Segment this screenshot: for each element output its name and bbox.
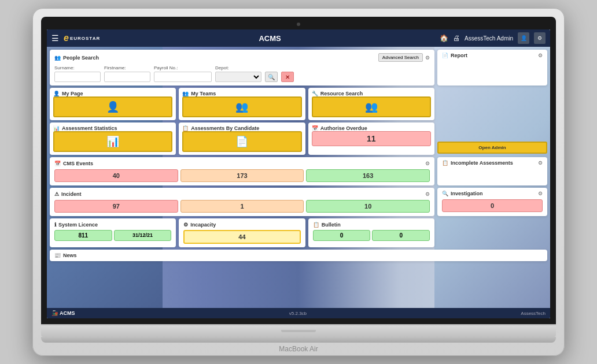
hamburger-menu[interactable]: ☰: [51, 34, 59, 43]
assessment-stats-chart-icon: 📊: [53, 125, 60, 131]
navbar: ☰ e EUROSTAR ACMS 🏠 🖨 AssessTech Admin 👤…: [47, 29, 550, 47]
resource-search-icon: 🔧: [312, 91, 318, 96]
my-teams-title: 👥 My Teams: [182, 91, 301, 96]
assessments-by-candidate-btn-icon: 📄: [235, 135, 248, 148]
bulletin-value2[interactable]: 0: [372, 230, 430, 241]
incident-gear-icon[interactable]: ⚙: [425, 191, 430, 197]
assessment-stats-card: 📊 Assessment Statistics 📊: [50, 122, 176, 155]
news-row: 📰 News: [50, 250, 547, 261]
navbar-right: 🏠 🖨 AssessTech Admin 👤 ⚙: [440, 32, 546, 44]
my-page-card: 👤 My Page 👤: [50, 88, 176, 120]
incident-stats: 97 1 10: [54, 200, 430, 213]
report-card: 📄 Report ⚙: [437, 50, 547, 86]
search-fields: Surname: Firstname: Payroll No.:: [54, 65, 430, 82]
my-teams-card: 👥 My Teams 👥: [179, 88, 305, 120]
assessments-by-candidate-icon: 📋: [182, 125, 189, 131]
my-teams-button[interactable]: 👥: [182, 96, 301, 117]
surname-label: Surname:: [54, 65, 101, 70]
system-licence-title: ℹ System Licence: [54, 222, 171, 228]
people-search-card: 👥 People Search Advanced Search ⚙ Surnam…: [50, 50, 434, 86]
app-title: ACMS: [105, 34, 435, 43]
people-search-header: 👥 People Search Advanced Search ⚙: [54, 53, 430, 62]
authorise-overdue-calendar-icon: 📅: [312, 125, 318, 131]
incident-warning-icon: ⚠: [54, 191, 59, 197]
print-icon[interactable]: 🖨: [453, 34, 460, 42]
bottom-acms-icon: 🚂: [51, 310, 58, 316]
advanced-search-button[interactable]: Advanced Search: [378, 53, 423, 62]
incident-value3[interactable]: 10: [306, 200, 430, 213]
resource-search-button[interactable]: 👥: [312, 96, 431, 117]
payroll-label: Payroll No.:: [154, 65, 212, 70]
incident-title: ⚠ Incident: [54, 191, 82, 197]
laptop-bottom: [41, 324, 556, 337]
laptop-stand: [41, 337, 556, 343]
my-teams-icon: 👥: [182, 91, 189, 96]
cms-events-value1[interactable]: 40: [54, 169, 178, 182]
logo-text: EUROSTAR: [70, 36, 100, 41]
incident-card: ⚠ Incident ⚙ 97 1: [50, 188, 434, 216]
cms-events-title: 📅 CMS Events: [54, 161, 93, 166]
depot-label: Depot:: [215, 65, 261, 70]
admin-label: AssessTech Admin: [465, 35, 513, 42]
incident-header: ⚠ Incident ⚙: [54, 191, 430, 197]
report-icon: 📄: [442, 53, 448, 58]
clear-button[interactable]: ✕: [281, 72, 294, 82]
incident-value2[interactable]: 1: [180, 200, 304, 213]
logo-letter: e: [64, 33, 69, 43]
home-icon[interactable]: 🏠: [440, 34, 448, 42]
investigation-card: 🔍 Investigation ⚙ 0: [437, 188, 547, 216]
news-icon: 📰: [54, 252, 61, 258]
assessment-stats-button[interactable]: 📊: [53, 131, 172, 152]
laptop-label: MacBook Air: [41, 343, 556, 355]
system-licence-value1[interactable]: 811: [54, 230, 112, 241]
laptop-notch: [281, 330, 316, 332]
avatar[interactable]: 👤: [518, 32, 529, 44]
investigation-gear-icon[interactable]: ⚙: [538, 191, 543, 196]
system-licence-value2[interactable]: 31/12/21: [114, 230, 172, 241]
cms-events-value2[interactable]: 173: [180, 169, 304, 182]
version-label: v5.2.3cb: [289, 311, 307, 316]
people-search-title: 👥 People Search: [54, 55, 99, 61]
my-page-button[interactable]: 👤: [53, 96, 172, 117]
cms-events-value3[interactable]: 163: [306, 169, 430, 182]
investigation-title: 🔍 Investigation: [442, 191, 483, 196]
cms-events-icon: 📅: [54, 161, 61, 166]
news-card: 📰 News: [50, 250, 547, 261]
surname-input[interactable]: [54, 72, 101, 82]
incapacity-value1[interactable]: 44: [183, 230, 300, 244]
incident-value1[interactable]: 97: [54, 200, 178, 213]
quick-tiles: 👤 My Page 👤 👥 My Teams: [50, 88, 434, 120]
assessment-stats-title: 📊 Assessment Statistics: [53, 125, 172, 131]
cms-events-stats: 40 173 163: [54, 169, 430, 182]
people-search-gear-icon[interactable]: ⚙: [425, 55, 430, 61]
search-button[interactable]: 🔍: [265, 72, 278, 82]
incomplete-assessments-header: 📋 Incomplete Assessments ⚙: [442, 160, 543, 166]
assessments-by-candidate-title: 📋 Assessments By Candidate: [182, 125, 301, 131]
resource-search-card: 🔧 Resource Search 👥: [308, 88, 434, 120]
news-title: 📰 News: [54, 252, 543, 258]
logo: e EUROSTAR: [64, 33, 100, 43]
incomplete-assessments-icon: 📋: [442, 160, 448, 166]
system-licence-icon: ℹ: [54, 222, 56, 228]
payroll-input[interactable]: [154, 72, 212, 82]
authorise-overdue-value[interactable]: 11: [312, 131, 431, 146]
bottom-bar: 🚂 ACMS v5.2.3cb AssessTech: [47, 308, 550, 318]
depot-field: Depot:: [215, 65, 261, 82]
open-admin-button[interactable]: Open Admin: [437, 142, 547, 154]
report-gear-icon[interactable]: ⚙: [538, 53, 543, 58]
firstname-input[interactable]: [104, 72, 150, 82]
incomplete-assessments-gear-icon[interactable]: ⚙: [538, 160, 543, 166]
depot-select[interactable]: [215, 72, 261, 82]
report-card-header: 📄 Report ⚙: [442, 53, 543, 58]
assessments-by-candidate-button[interactable]: 📄: [182, 131, 301, 152]
cms-events-gear-icon[interactable]: ⚙: [425, 161, 430, 166]
investigation-value1[interactable]: 0: [442, 199, 543, 212]
bulletin-card: 📋 Bulletin 0 0: [308, 218, 434, 247]
payroll-field: Payroll No.:: [154, 65, 212, 82]
my-teams-btn-icon: 👥: [235, 101, 248, 113]
assessment-row: 📊 Assessment Statistics 📊 📋 Assess: [50, 122, 434, 155]
right-spacer-1: [437, 88, 547, 120]
brand-label: AssessTech: [521, 311, 546, 316]
settings-avatar[interactable]: ⚙: [534, 32, 546, 44]
bulletin-value1[interactable]: 0: [313, 230, 371, 241]
